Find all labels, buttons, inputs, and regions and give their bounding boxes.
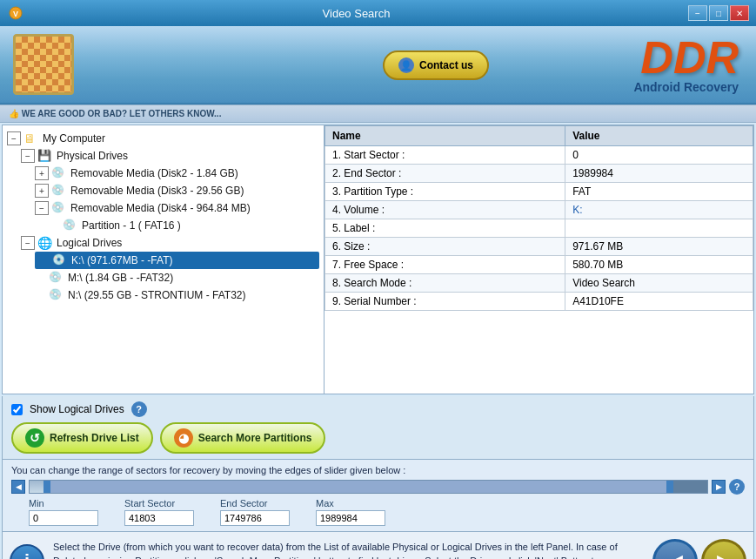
sector-fields: Min Start Sector End Sector Max <box>11 498 745 526</box>
property-row-5: 5. Label : <box>325 219 753 238</box>
property-row-9: 9. Serial Number :A41D10FE <box>325 293 753 311</box>
property-name-9: 9. Serial Number : <box>325 293 565 311</box>
slider-left-arrow[interactable]: ◀ <box>11 480 25 494</box>
slider-right-arrow[interactable]: ▶ <box>712 480 726 494</box>
minimize-button[interactable]: − <box>688 5 707 21</box>
back-button[interactable]: ◀ <box>652 539 698 560</box>
slider-track[interactable] <box>29 480 708 494</box>
property-name-1: 1. Start Sector : <box>325 146 565 165</box>
property-name-2: 2. End Sector : <box>325 165 565 183</box>
property-row-8: 8. Search Mode :Video Search <box>325 274 753 293</box>
logical-drives-icon: 🌐 <box>37 236 53 250</box>
property-value-2: 1989984 <box>565 165 753 183</box>
tree-expander-disk2[interactable]: + <box>35 166 49 180</box>
feedback-text: WE ARE GOOD OR BAD? LET OTHERS KNOW... <box>22 109 222 118</box>
property-row-7: 7. Free Space :580.70 MB <box>325 256 753 274</box>
min-input[interactable] <box>29 510 98 526</box>
tree-expander-disk4[interactable]: − <box>35 201 49 215</box>
property-value-5 <box>565 219 753 238</box>
close-button[interactable]: ✕ <box>730 5 749 21</box>
tree-logical-drives[interactable]: − 🌐 Logical Drives <box>21 234 319 252</box>
property-row-2: 2. End Sector :1989984 <box>325 165 753 183</box>
contact-button[interactable]: 👤 Contact us <box>383 51 489 80</box>
feedback-icon: 👍 <box>9 109 22 118</box>
property-name-5: 5. Label : <box>325 219 565 238</box>
end-sector-input[interactable] <box>220 510 290 526</box>
tree-drive-m[interactable]: 💿 M:\ (1.84 GB - -FAT32) <box>35 269 319 286</box>
property-value-9: A41D10FE <box>565 293 753 311</box>
slider-right-dark <box>673 481 707 493</box>
search-more-partitions-button[interactable]: ◕ Search More Partitions <box>160 422 326 454</box>
end-sector-field: End Sector <box>220 498 290 526</box>
app-icon: V <box>7 4 24 22</box>
tree-disk3[interactable]: + 💿 Removable Media (Disk3 - 29.56 GB) <box>35 182 319 199</box>
start-sector-label: Start Sector <box>124 498 194 508</box>
start-sector-field: Start Sector <box>124 498 194 526</box>
slider-thumb-left[interactable] <box>43 481 50 493</box>
refresh-drive-list-button[interactable]: ↺ Refresh Drive List <box>11 422 153 454</box>
property-name-7: 7. Free Space : <box>325 256 565 274</box>
tree-disk2[interactable]: + 💿 Removable Media (Disk2 - 1.84 GB) <box>35 165 319 182</box>
maximize-button[interactable]: □ <box>709 5 728 21</box>
disk4-icon: 💿 <box>51 201 67 215</box>
feedback-bar[interactable]: 👍 WE ARE GOOD OR BAD? LET OTHERS KNOW... <box>0 104 756 123</box>
tree-partition1[interactable]: 💿 Partition - 1 ( FAT16 ) <box>49 217 319 234</box>
slider-filled-area <box>50 481 666 493</box>
info-icon: i <box>10 544 44 560</box>
disk2-icon: 💿 <box>51 166 67 180</box>
drive-n-icon: 💿 <box>49 288 64 302</box>
property-row-1: 1. Start Sector :0 <box>325 146 753 165</box>
help-icon[interactable]: ? <box>131 401 147 417</box>
computer-icon: 🖥 <box>23 131 39 145</box>
bottom-controls: Show Logical Drives ? ↺ Refresh Drive Li… <box>2 396 754 460</box>
app-logo <box>13 34 74 95</box>
max-label: Max <box>316 498 385 508</box>
tree-physical-drives[interactable]: − 💾 Physical Drives <box>21 147 319 165</box>
drive-m-icon: 💿 <box>49 271 64 285</box>
max-field: Max <box>316 498 385 526</box>
tree-drive-n[interactable]: 💿 N:\ (29.55 GB - STRONTIUM - FAT32) <box>35 286 319 304</box>
ddr-subtitle: Android Recovery <box>633 80 739 94</box>
disk3-icon: 💿 <box>51 184 67 198</box>
ddr-text: DDR <box>633 35 739 80</box>
slider-label: You can change the range of sectors for … <box>11 465 745 475</box>
property-value-3: FAT <box>565 183 753 201</box>
properties-panel: Name Value 1. Start Sector :02. End Sect… <box>324 125 753 394</box>
partition1-icon: 💿 <box>63 219 78 232</box>
tree-expander-disk3[interactable]: + <box>35 184 49 198</box>
show-logical-drives-checkbox[interactable] <box>11 404 23 415</box>
status-text: Select the Drive (from which you want to… <box>53 540 644 559</box>
drive-tree-panel: − 🖥 My Computer − 💾 Physical Drives + 💿 … <box>3 125 324 394</box>
next-button[interactable]: ▶ <box>701 539 746 560</box>
refresh-icon: ↺ <box>25 428 44 448</box>
title-bar: V Video Search − □ ✕ <box>0 0 756 26</box>
slider-section: You can change the range of sectors for … <box>2 460 754 532</box>
tree-expander-logical[interactable]: − <box>21 236 35 250</box>
property-name-8: 8. Search Mode : <box>325 274 565 293</box>
contact-icon: 👤 <box>398 57 414 73</box>
partition-search-icon: ◕ <box>174 428 193 448</box>
window-title: Video Search <box>24 7 688 20</box>
tree-expander-mycomputer[interactable]: − <box>7 131 21 145</box>
tree-my-computer[interactable]: − 🖥 My Computer <box>7 130 319 147</box>
tree-expander-physical[interactable]: − <box>21 149 35 163</box>
physical-drives-icon: 💾 <box>37 149 53 163</box>
main-content: − 🖥 My Computer − 💾 Physical Drives + 💿 … <box>2 125 754 394</box>
slider-thumb-right[interactable] <box>666 481 673 493</box>
checkbox-row: Show Logical Drives ? <box>11 401 745 417</box>
svg-text:V: V <box>13 10 18 18</box>
tree-drive-k[interactable]: 💿 K:\ (971.67MB - -FAT) <box>35 252 319 269</box>
property-name-3: 3. Partition Type : <box>325 183 565 201</box>
status-bar: i Select the Drive (from which you want … <box>2 532 754 559</box>
property-value-4: K: <box>565 201 753 219</box>
slider-help-icon[interactable]: ? <box>729 479 745 495</box>
action-buttons-row: ↺ Refresh Drive List ◕ Search More Parti… <box>11 422 745 454</box>
start-sector-input[interactable] <box>124 510 194 526</box>
slider-track-container: ◀ ▶ ? <box>11 479 745 495</box>
properties-table: Name Value 1. Start Sector :02. End Sect… <box>324 125 753 311</box>
max-input[interactable] <box>316 510 385 526</box>
tree-disk4[interactable]: − 💿 Removable Media (Disk4 - 964.84 MB) <box>35 199 319 217</box>
property-row-4: 4. Volume :K: <box>325 201 753 219</box>
min-label: Min <box>29 498 98 508</box>
property-value-8: Video Search <box>565 274 753 293</box>
